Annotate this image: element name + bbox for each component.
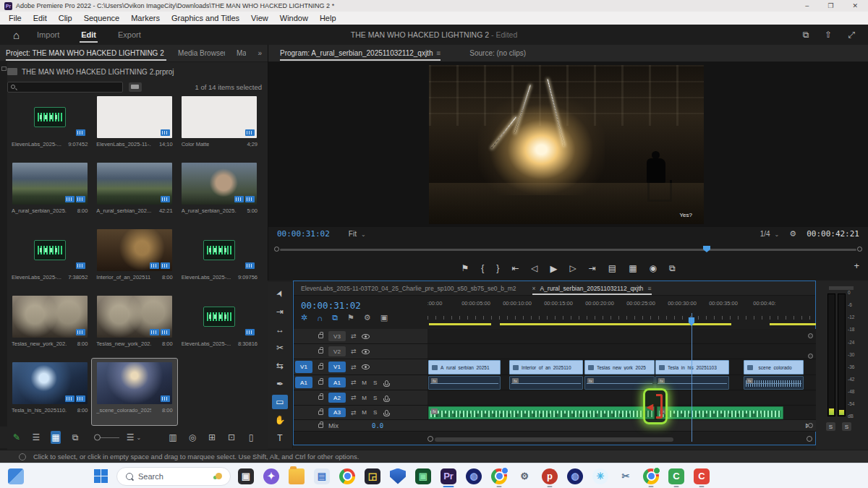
playhead-line[interactable] — [692, 313, 692, 442]
tab-media-browser[interactable]: Media Browser — [178, 49, 225, 57]
mark-out-button[interactable]: } — [496, 263, 499, 273]
track-output-eye-icon[interactable] — [362, 364, 370, 369]
track-output-eye-icon[interactable] — [362, 349, 370, 354]
header-tab[interactable]: Edit — [80, 27, 98, 43]
project-item[interactable]: ElevenLabs_2025-11-... 14;10 — [92, 93, 176, 159]
menu-item[interactable]: Help — [314, 14, 342, 22]
video-clip[interactable]: A_rural_serbian_20251 — [428, 360, 501, 374]
red-p-app-icon[interactable]: p — [540, 466, 560, 486]
play-button[interactable]: ▶ — [550, 263, 558, 274]
menu-item[interactable]: Clip — [53, 14, 78, 22]
chrome-icon[interactable] — [337, 466, 357, 486]
audio-clip[interactable]: fx — [428, 376, 501, 390]
audio-track-header[interactable]: A3 ⇄ M S — [294, 406, 427, 419]
chrome-green-badge-icon[interactable] — [641, 466, 661, 486]
trim-edit-highlight[interactable]: ◀ — [643, 388, 668, 424]
chat-icon[interactable]: ✦ — [261, 466, 281, 486]
mute-button[interactable]: M — [362, 395, 367, 401]
red-c-app-icon[interactable]: C — [692, 466, 712, 486]
lock-icon[interactable] — [318, 380, 323, 385]
track-target-chip[interactable]: A1 — [328, 377, 346, 388]
video-frame[interactable]: Yes? — [429, 65, 704, 224]
captions-icon[interactable]: ▣ — [380, 313, 388, 322]
pc-app-icon[interactable]: ▤ — [312, 466, 332, 486]
project-item[interactable]: Tesla_in_his_2025110... 8:00 — [7, 359, 92, 425]
voiceover-mic-icon[interactable] — [385, 395, 388, 401]
selection-tool[interactable]: ➤ — [272, 286, 288, 301]
step-back-button[interactable]: ◁ — [531, 263, 537, 273]
video-clip[interactable]: Interior_of_an_2025110 — [509, 360, 583, 374]
lock-icon[interactable] — [318, 424, 323, 428]
audio-track-body[interactable] — [427, 390, 817, 405]
video-clip[interactable]: Tesla_in_his_20251103 — [655, 360, 729, 374]
menu-item[interactable]: Window — [274, 14, 314, 22]
export-frame-button[interactable]: ◉ — [650, 263, 657, 273]
track-target-chip[interactable]: V3 — [328, 331, 346, 341]
audio-track[interactable]: A2 ⇄ M S — [294, 390, 817, 406]
panel-menu-icon[interactable]: ≡ — [648, 285, 652, 292]
sync-lock-icon[interactable]: ⇄ — [351, 409, 357, 416]
video-clip[interactable]: _scene_colorado — [744, 360, 804, 374]
project-search-box[interactable] — [7, 82, 123, 93]
menu-item[interactable]: Graphics and Titles — [166, 14, 245, 22]
fullscreen-icon[interactable]: ⤢ — [848, 30, 855, 40]
restore-button[interactable]: ❐ — [827, 2, 833, 9]
tab-program[interactable]: Program: A_rural_serbian_202511032112_qx… — [280, 46, 441, 61]
taskbar-search[interactable]: Search — [116, 466, 231, 486]
program-scrubber[interactable] — [274, 246, 862, 253]
minimize-button[interactable]: – — [805, 2, 809, 9]
project-item[interactable]: Teslas_new_york_202... 8:00 — [7, 292, 92, 359]
sync-lock-icon[interactable]: ⇄ — [351, 379, 357, 386]
pen-tool[interactable]: ✒ — [272, 377, 288, 391]
project-item[interactable]: ElevenLabs_2025-... 7:38052 — [7, 226, 92, 292]
find-icon[interactable]: ◎ — [187, 431, 197, 444]
track-target-chip[interactable]: A2 — [328, 393, 346, 403]
track-output-eye-icon[interactable] — [362, 334, 370, 339]
scroll-handle-right[interactable] — [807, 436, 812, 442]
add-marker-icon[interactable]: ⚑ — [347, 313, 354, 322]
tab-overflow[interactable]: Ma — [237, 49, 247, 57]
button-editor-icon[interactable]: + — [854, 260, 859, 271]
go-to-in-button[interactable]: ⇤ — [511, 263, 519, 273]
lock-icon[interactable] — [318, 334, 323, 338]
writable-project-icon[interactable]: ✎ — [12, 431, 22, 444]
nest-toggle-icon[interactable]: ✲ — [301, 313, 307, 322]
project-search-input[interactable] — [18, 83, 119, 90]
start-button[interactable] — [91, 466, 111, 486]
panel-menu-icon[interactable]: ≡ — [436, 49, 441, 57]
voiceover-mic-icon[interactable] — [385, 410, 388, 415]
project-item[interactable]: ElevenLabs_2025-... 8:30816 — [177, 292, 262, 359]
snip-tool-icon[interactable]: ✂ — [616, 466, 636, 486]
toolbar-spacer[interactable] — [148, 431, 158, 444]
video-clip[interactable]: Teslas_new_york_2025 — [584, 360, 655, 374]
mute-button[interactable]: M — [362, 380, 367, 386]
video-track-body[interactable] — [427, 344, 817, 359]
comparison-view-button[interactable]: ⧉ — [669, 263, 676, 273]
hand-tool[interactable]: ✋ — [272, 413, 288, 427]
premiere-icon[interactable]: Pr — [438, 466, 459, 486]
mix-volume-value[interactable]: 0.0 — [372, 422, 383, 429]
program-current-timecode[interactable]: 00:00:31:02 — [277, 229, 330, 239]
timeline-ruler[interactable]: :00:0000:00:05:0000:00:10:0000:00:15:000… — [427, 297, 817, 328]
sort-icon[interactable]: ☰ — [129, 431, 139, 444]
scroll-handle-left[interactable] — [427, 436, 433, 442]
home-icon[interactable]: ⌂ — [13, 29, 20, 41]
audio-clip[interactable]: fx — [744, 376, 804, 390]
project-item[interactable]: Teslas_new_york_202... 8:00 — [92, 292, 176, 359]
track-resize-handle[interactable] — [808, 333, 813, 338]
music-clip[interactable]: fx — [428, 406, 655, 419]
close-button[interactable]: ✕ — [852, 2, 858, 9]
source-patch-chip[interactable]: A1 — [295, 377, 312, 388]
slip-tool[interactable]: ⇆ — [272, 359, 288, 373]
tab-source[interactable]: Source: (no clips) — [469, 49, 526, 57]
menu-item[interactable]: File — [3, 14, 27, 22]
razor-tool[interactable]: ✂ — [272, 341, 288, 355]
monitor-settings-icon[interactable]: ⚙ — [789, 229, 796, 239]
code-app-icon[interactable]: ◲ — [362, 466, 383, 486]
type-tool[interactable]: T — [272, 431, 288, 445]
video-track-header[interactable]: V1 V1 ⇄ — [294, 359, 427, 374]
ripple-edit-tool[interactable]: ↔ — [272, 322, 288, 337]
lock-icon[interactable] — [318, 411, 323, 415]
lock-icon[interactable] — [318, 349, 323, 354]
header-tab[interactable]: Export — [116, 27, 142, 43]
